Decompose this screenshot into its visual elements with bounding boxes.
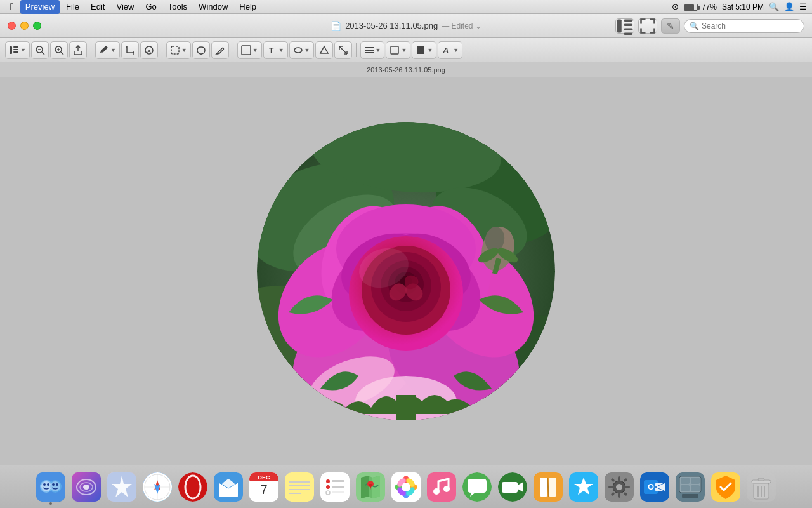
select-btn[interactable]: ▼ [166, 41, 191, 59]
sidebar-toggle-btn[interactable] [615, 18, 634, 34]
svg-point-75 [43, 483, 46, 486]
dock-messages[interactable] [461, 471, 494, 504]
pencil-tool-btn[interactable]: ▼ [95, 41, 120, 59]
appstore-icon [569, 472, 598, 502]
iphoto-icon [676, 472, 705, 502]
svg-rect-142 [625, 486, 630, 488]
svg-point-103 [326, 479, 330, 483]
resize-btn[interactable] [334, 41, 352, 59]
apple-menu[interactable]:  [5, 1, 19, 13]
markup-icon: ✎ [667, 21, 674, 31]
font-icon: A [442, 45, 452, 55]
border-color-btn[interactable]: ▼ [386, 41, 410, 59]
maximize-button[interactable] [33, 22, 41, 30]
dock-ibooks[interactable] [532, 471, 565, 504]
shapes-btn[interactable]: ▼ [237, 41, 262, 59]
spotlight-icon[interactable]: 🔍 [769, 2, 779, 11]
font-btn[interactable]: A ▼ [438, 41, 462, 59]
text-dropdown-arrow: ▼ [278, 47, 284, 53]
title-bar: 📄 2013-05-26 13.11.05.png — Edited ⌄ ✎ 🔍 [0, 14, 812, 38]
svg-text:7: 7 [260, 483, 267, 497]
svg-point-105 [326, 485, 330, 489]
svg-point-123 [402, 483, 410, 491]
dock-trash[interactable] [745, 471, 778, 504]
fill-color-btn[interactable]: ▼ [412, 41, 436, 59]
svg-rect-141 [608, 486, 613, 488]
reminders-icon [320, 472, 350, 502]
svg-rect-159 [691, 485, 700, 491]
search-icon: 🔍 [690, 22, 699, 30]
sysprefs-icon [605, 472, 634, 502]
svg-line-11 [42, 52, 44, 55]
menu-window[interactable]: Window [193, 0, 233, 14]
search-input[interactable] [702, 22, 799, 30]
close-button[interactable] [8, 22, 16, 30]
menu-tools[interactable]: Tools [163, 0, 192, 14]
menu-go[interactable]: Go [140, 0, 161, 14]
fullscreen-btn[interactable] [638, 18, 657, 34]
zoom-in-btn[interactable] [50, 41, 68, 59]
menu-extra-icon[interactable]: ☰ [799, 2, 807, 11]
menu-edit[interactable]: Edit [86, 0, 110, 14]
text-btn[interactable]: T ▼ [263, 41, 288, 59]
dock-sysprefs[interactable] [603, 471, 636, 504]
menu-file[interactable]: File [61, 0, 84, 14]
markup-btn[interactable]: ✎ [661, 18, 680, 34]
menu-preview[interactable]: Preview [20, 0, 60, 14]
crop-btn[interactable] [121, 41, 139, 59]
lines-btn[interactable]: ▼ [360, 41, 385, 59]
dock-finder[interactable] [34, 471, 67, 504]
toolbar-sidebar-btn[interactable]: ▼ [5, 41, 30, 59]
dock-reminders[interactable] [318, 471, 351, 504]
dock-facetime[interactable] [496, 471, 529, 504]
svg-rect-133 [549, 478, 556, 497]
dock-maps[interactable] [354, 471, 387, 504]
user-icon[interactable]: 👤 [784, 2, 794, 11]
image-canvas [257, 122, 555, 420]
adjust2-icon [319, 45, 329, 55]
share-btn[interactable] [69, 41, 87, 59]
svg-rect-0 [617, 19, 622, 32]
dock-outlook[interactable]: O [638, 471, 671, 504]
dock-appstore[interactable] [567, 471, 600, 504]
battery-indicator: 77% [684, 3, 717, 11]
dock-launchpad[interactable] [105, 471, 138, 504]
menu-help[interactable]: Help [234, 0, 261, 14]
adjust2-btn[interactable] [315, 41, 333, 59]
zoom-in-icon [54, 45, 64, 55]
svg-rect-3 [624, 28, 632, 30]
svg-line-15 [61, 52, 63, 55]
svg-point-126 [443, 486, 450, 492]
dock-siri[interactable] [70, 471, 103, 504]
dock-norton[interactable] [709, 471, 742, 504]
search-box[interactable]: 🔍 [684, 19, 804, 33]
dock-calendar[interactable]: DEC 7 [247, 471, 280, 504]
lasso-btn[interactable] [192, 41, 210, 59]
dock-mail-app[interactable] [212, 471, 245, 504]
svg-rect-132 [540, 478, 547, 497]
dock-notes[interactable] [283, 471, 316, 504]
datetime[interactable]: Sat 5:10 PM [722, 3, 764, 11]
ellipse-btn[interactable]: ▼ [289, 41, 314, 59]
zoom-out-btn[interactable] [31, 41, 49, 59]
dock-photos[interactable] [390, 471, 422, 504]
svg-rect-98 [289, 481, 310, 483]
rose-image [257, 122, 555, 420]
minimize-button[interactable] [20, 22, 29, 30]
dock-safari[interactable] [141, 471, 174, 504]
pencil-icon [99, 45, 109, 55]
dock-iphoto[interactable] [674, 471, 707, 504]
separator-1 [91, 43, 91, 57]
svg-rect-157 [691, 478, 700, 484]
pen-icon [215, 45, 225, 55]
menu-view[interactable]: View [111, 0, 139, 14]
pen-btn[interactable] [211, 41, 229, 59]
dock-music[interactable] [425, 471, 458, 504]
dock-opera[interactable] [176, 471, 209, 504]
svg-rect-150 [655, 483, 665, 491]
svg-text:DEC: DEC [258, 474, 270, 481]
ellipse-dropdown-arrow: ▼ [304, 47, 310, 53]
opera-icon [178, 472, 207, 502]
adjust-btn[interactable]: A [140, 41, 158, 59]
separator-3 [233, 43, 233, 57]
